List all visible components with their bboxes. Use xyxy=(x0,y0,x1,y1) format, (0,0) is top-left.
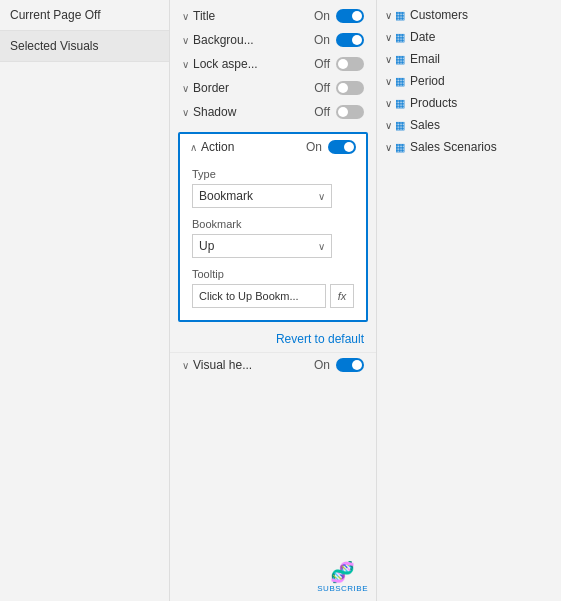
format-lock-label: Lock aspe... xyxy=(193,57,314,71)
expand-icon: ∨ xyxy=(385,142,392,153)
format-shadow-label: Shadow xyxy=(193,105,314,119)
main-panel: ∨ Title On ∨ Backgrou... On ∨ Lock aspe. xyxy=(170,0,376,601)
format-border-state: Off xyxy=(314,81,330,95)
chevron-icon: ∨ xyxy=(182,11,189,22)
sidebar: Current Page Off Selected Visuals xyxy=(0,0,170,601)
table-icon: ▦ xyxy=(395,53,405,66)
toggle-track[interactable] xyxy=(336,33,364,47)
format-item-lock-aspect[interactable]: ∨ Lock aspe... Off xyxy=(170,52,376,76)
chevron-icon: ∨ xyxy=(182,35,189,46)
chevron-icon: ∨ xyxy=(182,107,189,118)
bookmark-field-label: Bookmark xyxy=(192,218,354,230)
right-item-sales[interactable]: ∨ ▦ Sales xyxy=(377,114,561,136)
right-item-customers[interactable]: ∨ ▦ Customers xyxy=(377,4,561,26)
bookmark-dropdown-arrow-icon: ∨ xyxy=(318,241,325,252)
toggle-track[interactable] xyxy=(336,358,364,372)
fx-label: fx xyxy=(338,290,347,302)
subscribe-label: SUBSCRIBE xyxy=(317,584,368,593)
tooltip-input[interactable]: Click to Up Bookm... xyxy=(192,284,326,308)
revert-default-button[interactable]: Revert to default xyxy=(170,326,376,352)
format-item-visual-header[interactable]: ∨ Visual he... On xyxy=(170,352,376,377)
sidebar-item-current-page[interactable]: Current Page Off xyxy=(0,0,169,31)
toggle-thumb xyxy=(352,35,362,45)
type-dropdown[interactable]: Bookmark ∨ xyxy=(192,184,332,208)
customers-label: Customers xyxy=(410,8,468,22)
bookmark-dropdown[interactable]: Up ∨ xyxy=(192,234,332,258)
tooltip-value: Click to Up Bookm... xyxy=(199,290,299,302)
action-header[interactable]: ∧ Action On xyxy=(180,134,366,160)
action-label: Action xyxy=(201,140,306,154)
expand-icon: ∨ xyxy=(385,10,392,21)
format-border-label: Border xyxy=(193,81,314,95)
revert-label: Revert to default xyxy=(276,332,364,346)
toggle-track[interactable] xyxy=(336,105,364,119)
toggle-thumb xyxy=(338,83,348,93)
visual-header-label: Visual he... xyxy=(193,358,314,372)
chevron-icon: ∨ xyxy=(182,59,189,70)
sidebar-item-selected-visuals[interactable]: Selected Visuals xyxy=(0,31,169,62)
right-item-email[interactable]: ∨ ▦ Email xyxy=(377,48,561,70)
toggle-thumb xyxy=(352,360,362,370)
visual-header-state: On xyxy=(314,358,330,372)
format-bg-toggle[interactable] xyxy=(336,33,364,47)
toggle-thumb xyxy=(338,107,348,117)
expand-icon: ∨ xyxy=(385,98,392,109)
bookmark-value: Up xyxy=(199,239,318,253)
right-panel: ∨ ▦ Customers ∨ ▦ Date ∨ ▦ Email ∨ ▦ Per… xyxy=(376,0,561,601)
table-icon: ▦ xyxy=(395,75,405,88)
format-item-border[interactable]: ∨ Border Off xyxy=(170,76,376,100)
format-lock-toggle[interactable] xyxy=(336,57,364,71)
fx-button[interactable]: fx xyxy=(330,284,354,308)
type-value: Bookmark xyxy=(199,189,318,203)
action-toggle[interactable] xyxy=(328,140,356,154)
table-icon: ▦ xyxy=(395,9,405,22)
format-item-shadow[interactable]: ∨ Shadow Off xyxy=(170,100,376,124)
expand-icon: ∨ xyxy=(385,120,392,131)
sidebar-selected-visuals-label: Selected Visuals xyxy=(10,39,99,53)
right-item-products[interactable]: ∨ ▦ Products xyxy=(377,92,561,114)
right-item-sales-scenarios[interactable]: ∨ ▦ Sales Scenarios xyxy=(377,136,561,158)
toggle-track[interactable] xyxy=(336,81,364,95)
action-panel: ∧ Action On Type Bookmark ∨ Bookmark Up … xyxy=(178,132,368,322)
format-shadow-toggle[interactable] xyxy=(336,105,364,119)
action-state: On xyxy=(306,140,322,154)
date-label: Date xyxy=(410,30,435,44)
action-chevron-icon: ∧ xyxy=(190,142,197,153)
format-bg-label: Backgrou... xyxy=(193,33,314,47)
email-label: Email xyxy=(410,52,440,66)
chevron-icon: ∨ xyxy=(182,360,189,371)
format-item-background[interactable]: ∨ Backgrou... On xyxy=(170,28,376,52)
format-title-state: On xyxy=(314,9,330,23)
sales-scenarios-label: Sales Scenarios xyxy=(410,140,497,154)
toggle-track[interactable] xyxy=(336,57,364,71)
visual-header-toggle[interactable] xyxy=(336,358,364,372)
right-item-period[interactable]: ∨ ▦ Period xyxy=(377,70,561,92)
chevron-icon: ∨ xyxy=(182,83,189,94)
format-lock-state: Off xyxy=(314,57,330,71)
period-label: Period xyxy=(410,74,445,88)
format-bg-state: On xyxy=(314,33,330,47)
type-dropdown-arrow-icon: ∨ xyxy=(318,191,325,202)
expand-icon: ∨ xyxy=(385,32,392,43)
format-title-label: Title xyxy=(193,9,314,23)
table-icon: ▦ xyxy=(395,97,405,110)
toggle-track[interactable] xyxy=(328,140,356,154)
products-label: Products xyxy=(410,96,457,110)
action-body: Type Bookmark ∨ Bookmark Up ∨ Tooltip Cl… xyxy=(180,160,366,320)
toggle-thumb xyxy=(338,59,348,69)
expand-icon: ∨ xyxy=(385,76,392,87)
tooltip-row: Click to Up Bookm... fx xyxy=(192,284,354,308)
toggle-thumb xyxy=(344,142,354,152)
format-list: ∨ Title On ∨ Backgrou... On ∨ Lock aspe. xyxy=(170,0,376,128)
type-field-label: Type xyxy=(192,168,354,180)
table-icon: ▦ xyxy=(395,141,405,154)
format-title-toggle[interactable] xyxy=(336,9,364,23)
format-border-toggle[interactable] xyxy=(336,81,364,95)
subscribe-area[interactable]: 🧬 SUBSCRIBE xyxy=(317,560,368,593)
format-shadow-state: Off xyxy=(314,105,330,119)
format-item-title[interactable]: ∨ Title On xyxy=(170,4,376,28)
toggle-track[interactable] xyxy=(336,9,364,23)
right-item-date[interactable]: ∨ ▦ Date xyxy=(377,26,561,48)
table-icon: ▦ xyxy=(395,31,405,44)
tooltip-field-label: Tooltip xyxy=(192,268,354,280)
